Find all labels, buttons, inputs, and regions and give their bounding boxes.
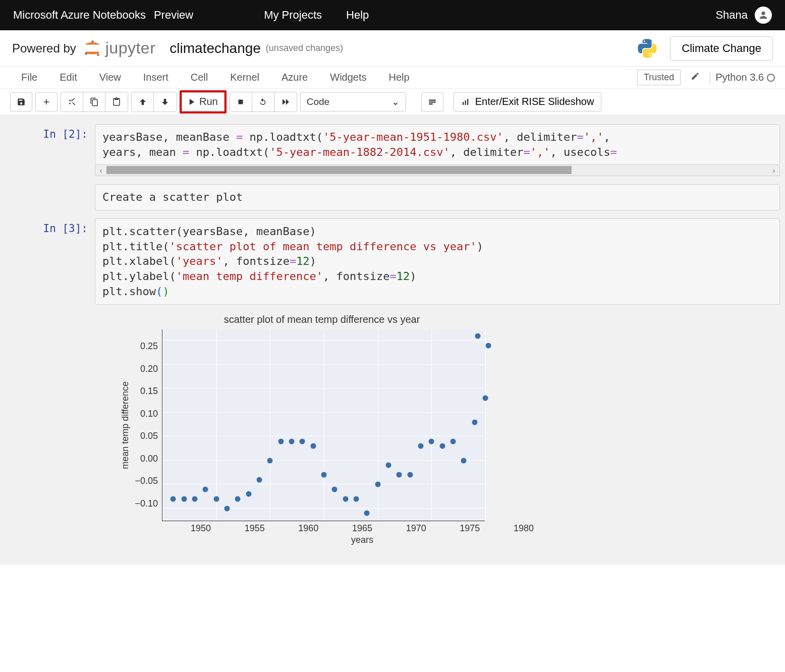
command-palette-button[interactable] xyxy=(421,92,443,111)
save-button[interactable] xyxy=(10,92,32,111)
svg-rect-7 xyxy=(465,100,466,105)
nav-my-projects[interactable]: My Projects xyxy=(264,9,322,22)
chart-point xyxy=(267,458,273,463)
notebook-title[interactable]: climatechange xyxy=(170,40,261,57)
chart-point xyxy=(278,438,284,444)
chart-point xyxy=(203,486,208,492)
chart-point xyxy=(451,438,456,444)
celltype-select[interactable]: Code ⌄ xyxy=(300,92,406,111)
menu-widgets[interactable]: Widgets xyxy=(319,69,377,86)
chart-point xyxy=(246,491,251,497)
powered-by-label: Powered by xyxy=(12,41,76,55)
save-status: (unsaved changes) xyxy=(266,43,343,53)
notebook-body: In [2]: yearsBase, meanBase = np.loadtxt… xyxy=(0,115,785,565)
menu-azure[interactable]: Azure xyxy=(270,69,319,86)
code-editor[interactable]: plt.scatter(yearsBase, meanBase) plt.tit… xyxy=(95,218,780,304)
chart-point xyxy=(439,443,445,449)
scroll-left-icon[interactable]: ‹ xyxy=(95,165,106,176)
toolbar: Run Code ⌄ Enter/Exit RISE Slideshow xyxy=(0,89,785,115)
svg-rect-3 xyxy=(429,99,436,100)
chart-point xyxy=(364,511,370,516)
menu-file[interactable]: File xyxy=(10,69,48,86)
user-name[interactable]: Shana xyxy=(715,9,748,22)
chart-yticks: 0.250.200.150.100.050.00−0.05−0.10 xyxy=(134,329,162,521)
kernel-group xyxy=(230,92,297,112)
move-up-button[interactable] xyxy=(132,92,154,111)
edit-metadata-icon[interactable] xyxy=(691,72,700,83)
rise-label: Enter/Exit RISE Slideshow xyxy=(475,96,594,107)
jupyter-logo[interactable]: jupyter xyxy=(83,39,156,58)
cell-prompt: In [3]: xyxy=(5,218,95,545)
chevron-down-icon: ⌄ xyxy=(391,96,400,107)
svg-rect-8 xyxy=(467,99,468,105)
kernel-name[interactable]: Python 3.6 xyxy=(715,72,764,83)
chart-point xyxy=(386,463,391,468)
cell-prompt xyxy=(5,184,95,210)
code-cell[interactable]: In [2]: yearsBase, meanBase = np.loadtxt… xyxy=(5,120,780,180)
slideshow-icon xyxy=(461,97,470,106)
restart-run-all-button[interactable] xyxy=(274,92,297,111)
chart-point xyxy=(486,343,491,348)
run-button[interactable]: Run xyxy=(182,92,225,111)
chart-point xyxy=(235,496,241,501)
kernel-status-idle-icon xyxy=(767,74,775,82)
menu-kernel[interactable]: Kernel xyxy=(219,69,270,86)
svg-rect-4 xyxy=(429,101,436,102)
chart-xlabel: years xyxy=(201,535,524,545)
chart-point xyxy=(321,472,327,478)
chart-point xyxy=(310,443,316,449)
avatar-icon[interactable] xyxy=(755,7,772,24)
chart-point xyxy=(472,419,477,425)
chart-title: scatter plot of mean temp difference vs … xyxy=(120,314,524,325)
menu-edit[interactable]: Edit xyxy=(48,69,88,86)
move-down-button[interactable] xyxy=(154,92,176,111)
brand[interactable]: Microsoft Azure Notebooks xyxy=(13,9,146,22)
chart-point xyxy=(375,482,380,487)
code-editor[interactable]: yearsBase, meanBase = np.loadtxt('5-year… xyxy=(95,124,780,165)
chart-output: scatter plot of mean temp difference vs … xyxy=(120,314,524,545)
code-cell[interactable]: In [3]: plt.scatter(yearsBase, meanBase)… xyxy=(5,214,780,549)
copy-button[interactable] xyxy=(83,92,105,111)
project-button[interactable]: Climate Change xyxy=(670,36,773,61)
rise-slideshow-button[interactable]: Enter/Exit RISE Slideshow xyxy=(454,92,602,111)
paste-button[interactable] xyxy=(105,92,128,111)
scroll-right-icon[interactable]: › xyxy=(768,165,779,176)
run-button-label: Run xyxy=(199,96,218,107)
scroll-thumb[interactable] xyxy=(106,166,572,174)
chart-point xyxy=(354,496,359,501)
jupyter-mark-icon xyxy=(83,39,101,58)
chart-point xyxy=(213,496,219,501)
chart-plot-area xyxy=(162,329,485,521)
interrupt-button[interactable] xyxy=(230,92,252,111)
cut-button[interactable] xyxy=(61,92,83,111)
nav-help[interactable]: Help xyxy=(346,9,369,22)
svg-rect-1 xyxy=(190,99,190,104)
add-cell-button[interactable] xyxy=(35,92,58,111)
menu-view[interactable]: View xyxy=(88,69,132,86)
run-icon xyxy=(188,98,196,106)
markdown-cell[interactable]: Create a scatter plot xyxy=(5,180,780,214)
chart-point xyxy=(181,496,187,501)
chart-point xyxy=(483,396,488,401)
menu-insert[interactable]: Insert xyxy=(132,69,180,86)
svg-point-0 xyxy=(761,12,765,15)
restart-button[interactable] xyxy=(252,92,274,111)
move-group xyxy=(131,92,177,112)
menu-help[interactable]: Help xyxy=(378,69,421,86)
svg-rect-6 xyxy=(463,102,464,105)
markdown-content[interactable]: Create a scatter plot xyxy=(95,184,780,210)
preview-badge: Preview xyxy=(154,9,193,22)
chart-point xyxy=(171,496,176,501)
menu-cell[interactable]: Cell xyxy=(180,69,219,86)
horizontal-scrollbar[interactable]: ‹ › xyxy=(95,165,780,176)
trusted-badge[interactable]: Trusted xyxy=(637,70,681,85)
cell-prompt: In [2]: xyxy=(5,124,95,176)
chart-point xyxy=(332,486,338,492)
top-nav: My Projects Help xyxy=(264,9,369,22)
chart-point xyxy=(461,458,467,463)
python-icon xyxy=(636,37,659,60)
chart-ylabel: mean temp difference xyxy=(120,381,131,469)
chart-point xyxy=(257,477,262,482)
chart-point xyxy=(397,472,402,478)
azure-topbar: Microsoft Azure Notebooks Preview My Pro… xyxy=(0,0,785,30)
